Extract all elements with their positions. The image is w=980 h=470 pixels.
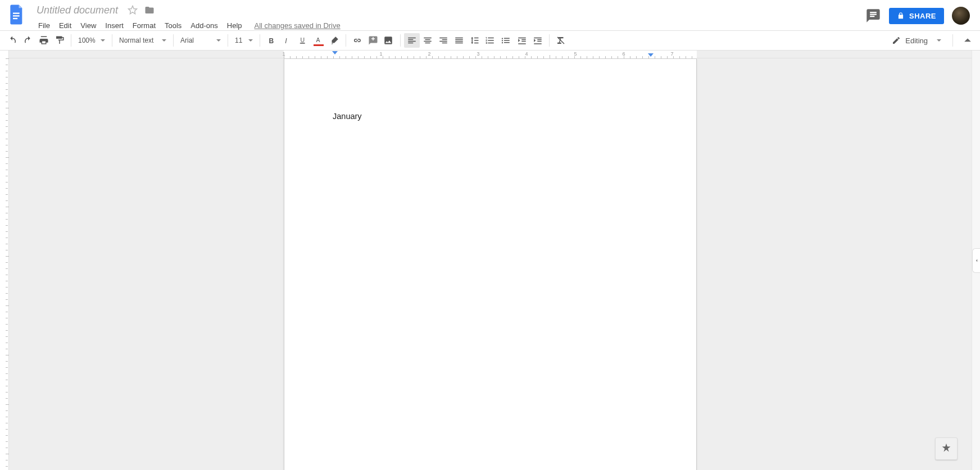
editing-mode-dropdown[interactable]: Editing (887, 34, 946, 47)
workspace: 1 1 2 3 4 5 6 7 January (0, 51, 980, 470)
undo-icon (7, 35, 17, 45)
toolbar-separator (173, 34, 174, 47)
chevron-down-icon (937, 39, 941, 42)
align-right-button[interactable] (435, 33, 451, 48)
ruler-number: 1 (379, 51, 382, 57)
menu-view[interactable]: View (76, 19, 101, 32)
redo-icon (23, 35, 33, 45)
title-area: Untitled document File Edit View Insert … (34, 3, 341, 33)
indent-decrease-icon (517, 35, 527, 45)
toolbar-separator (400, 34, 401, 47)
svg-rect-2 (13, 18, 17, 19)
ruler-number: 3 (477, 51, 479, 57)
share-button[interactable]: SHARE (889, 8, 944, 24)
svg-text:A: A (316, 36, 320, 43)
menu-file[interactable]: File (34, 19, 55, 32)
menu-tools[interactable]: Tools (160, 19, 186, 32)
explore-icon (940, 442, 952, 455)
text-color-button[interactable]: A (311, 33, 326, 48)
align-center-button[interactable] (420, 33, 435, 48)
explore-button[interactable] (935, 437, 958, 460)
align-center-icon (423, 35, 433, 45)
image-icon (383, 35, 393, 45)
ruler-number: 2 (428, 51, 430, 57)
horizontal-ruler[interactable]: 1 1 2 3 4 5 6 7 (284, 51, 697, 58)
align-justify-icon (454, 35, 464, 45)
menu-addons[interactable]: Add-ons (186, 19, 222, 32)
toolbar-separator (549, 34, 550, 47)
chevron-down-icon (162, 39, 166, 42)
menu-bar: File Edit View Insert Format Tools Add-o… (34, 18, 341, 33)
print-button[interactable] (36, 33, 52, 48)
increase-indent-button[interactable] (530, 33, 546, 48)
paragraph-style-value: Normal text (119, 36, 153, 44)
document-title-input[interactable]: Untitled document (34, 4, 121, 17)
bulleted-list-button[interactable] (498, 33, 514, 48)
insert-link-button[interactable] (350, 33, 365, 48)
bulleted-list-icon (501, 35, 511, 45)
menu-format[interactable]: Format (128, 19, 160, 32)
share-button-label: SHARE (909, 12, 936, 20)
toolbar-separator (71, 34, 71, 47)
underline-button[interactable]: U (295, 33, 311, 48)
align-right-icon (438, 35, 448, 45)
star-icon[interactable] (128, 5, 138, 15)
clear-formatting-button[interactable] (553, 33, 569, 48)
svg-marker-3 (129, 6, 137, 14)
svg-rect-1 (13, 15, 20, 16)
vertical-ruler[interactable] (0, 51, 9, 470)
menu-insert[interactable]: Insert (101, 19, 128, 32)
clear-format-icon (556, 35, 566, 45)
hide-menus-button[interactable] (960, 33, 976, 48)
svg-text:I: I (285, 37, 287, 45)
account-avatar[interactable] (952, 7, 970, 25)
left-indent-marker[interactable] (332, 51, 338, 54)
menu-edit[interactable]: Edit (55, 19, 76, 32)
bold-button[interactable]: B (264, 33, 279, 48)
toolbar-separator (112, 34, 112, 47)
ruler-number: 4 (525, 51, 528, 57)
paint-roller-icon (55, 35, 65, 45)
redo-button[interactable] (20, 33, 36, 48)
docs-logo[interactable] (6, 3, 28, 26)
document-body-text[interactable]: January (333, 112, 648, 121)
numbered-list-icon (485, 35, 495, 45)
undo-button[interactable] (4, 33, 20, 48)
save-status[interactable]: All changes saved in Drive (255, 21, 341, 30)
decrease-indent-button[interactable] (514, 33, 530, 48)
align-justify-button[interactable] (451, 33, 467, 48)
font-family-dropdown[interactable]: Arial (177, 34, 224, 47)
chevron-down-icon (216, 39, 221, 42)
line-spacing-button[interactable] (467, 33, 483, 48)
underline-icon: U (298, 35, 308, 45)
toolbar-separator (346, 34, 346, 47)
insert-comment-button[interactable] (365, 33, 381, 48)
font-size-dropdown[interactable]: 11 (232, 34, 256, 47)
italic-button[interactable]: I (279, 33, 295, 48)
open-comments-button[interactable] (865, 8, 881, 24)
menu-help[interactable]: Help (223, 19, 247, 32)
document-canvas[interactable]: 1 1 2 3 4 5 6 7 January (9, 51, 972, 470)
editing-mode-label: Editing (905, 36, 928, 45)
svg-rect-0 (13, 13, 20, 14)
numbered-list-button[interactable] (483, 33, 498, 48)
align-left-button[interactable] (404, 33, 420, 48)
insert-image-button[interactable] (381, 33, 397, 48)
print-icon (39, 35, 49, 45)
italic-icon: I (282, 35, 292, 45)
chevron-down-icon (248, 39, 253, 42)
move-to-folder-icon[interactable] (144, 5, 155, 15)
paint-format-button[interactable] (52, 33, 67, 48)
svg-text:U: U (301, 36, 305, 43)
document-page[interactable]: January (284, 58, 697, 470)
bold-icon: B (266, 35, 276, 45)
align-left-icon (407, 35, 417, 45)
line-spacing-icon (469, 35, 479, 45)
chevron-up-icon (960, 33, 976, 48)
paragraph-style-dropdown[interactable]: Normal text (116, 34, 170, 47)
side-panel-toggle[interactable] (972, 248, 980, 273)
svg-rect-7 (300, 43, 305, 44)
highlight-color-button[interactable] (326, 33, 342, 48)
zoom-dropdown[interactable]: 100% (75, 34, 108, 47)
font-family-value: Arial (180, 36, 194, 44)
